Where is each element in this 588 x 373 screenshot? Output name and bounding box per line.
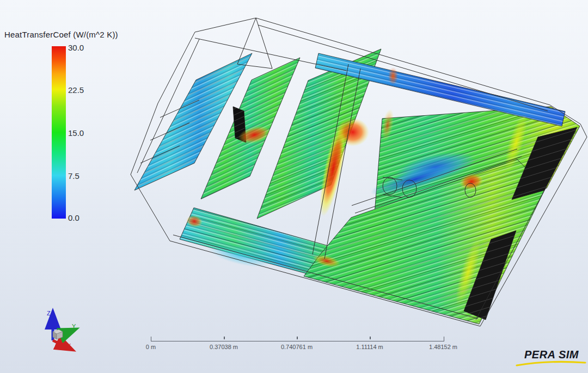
wireframe-edge — [256, 18, 272, 69]
ruler-label-2: 0.740761 m — [281, 344, 313, 350]
y-axis-label: Y — [72, 323, 76, 330]
z-axis-label: Z — [47, 310, 51, 316]
hotspot-channel-top — [388, 67, 398, 85]
ruler-label-4: 1.48152 m — [429, 344, 457, 350]
hotspot-center-upper — [336, 118, 369, 146]
ruler-label-3: 1.11114 m — [356, 344, 383, 350]
legend-colorbar — [52, 46, 66, 219]
legend-tick: 15.0 — [68, 128, 84, 138]
axis-triad: Z Y X — [38, 303, 87, 355]
legend-tick: 7.5 — [68, 171, 79, 181]
logo-text: PERA SIM — [524, 349, 579, 361]
x-axis-arrow — [53, 340, 66, 347]
legend-tick-min: 0.0 — [68, 213, 79, 222]
origin-cube — [53, 330, 63, 339]
color-legend: HeatTransferCoef (W/(m^2 K)) 30.0 22.5 — [4, 30, 124, 39]
scale-ruler-line — [151, 337, 444, 341]
scale-ruler: 0 m 0.37038 m 0.740761 m 1.11114 m 1.481… — [136, 331, 463, 352]
x-axis-label: X — [67, 343, 71, 349]
ruler-label-0: 0 m — [146, 344, 156, 350]
render-viewport: HeatTransferCoef (W/(m^2 K)) 30.0 22.5 — [0, 0, 588, 373]
legend-tick: 22.5 — [68, 85, 84, 95]
legend-title: HeatTransferCoef (W/(m^2 K)) — [4, 30, 124, 39]
pera-sim-logo: PERA SIM — [514, 346, 588, 370]
legend-tick-labels: 30.0 22.5 15.0 7.5 0.0 — [68, 46, 101, 219]
legend-tick-max: 30.0 — [68, 43, 84, 52]
ruler-label-1: 0.37038 m — [210, 344, 238, 350]
